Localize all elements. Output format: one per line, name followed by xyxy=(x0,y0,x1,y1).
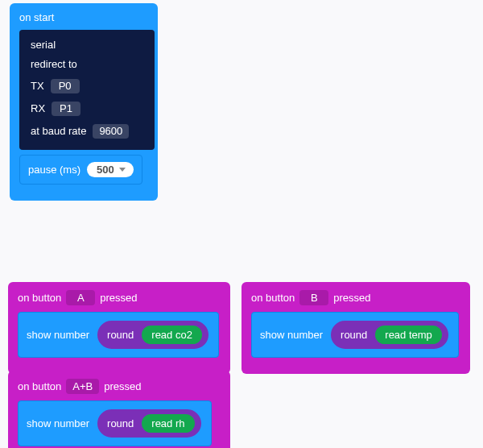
on-button-b-header: on button B pressed xyxy=(248,288,464,307)
serial-tx-pin[interactable]: P0 xyxy=(51,79,80,93)
show-number-b-label: show number xyxy=(260,329,323,341)
on-button-ab-prefix: on button xyxy=(18,380,61,392)
serial-rx-pin[interactable]: P1 xyxy=(52,102,80,116)
read-rh-reporter[interactable]: read rh xyxy=(140,413,196,434)
round-ab-label: round xyxy=(107,417,134,429)
read-temp-reporter[interactable]: read temp xyxy=(374,324,444,346)
on-button-b-prefix: on button xyxy=(251,292,295,304)
on-button-ab-header: on button A+B pressed xyxy=(14,377,224,396)
on-button-ab-suffix: pressed xyxy=(104,380,141,392)
show-number-b-block[interactable]: show number round read temp xyxy=(251,312,459,358)
read-temp-label: read temp xyxy=(385,329,432,341)
on-button-a-prefix: on button xyxy=(18,292,61,304)
round-a-reporter[interactable]: round read co2 xyxy=(96,319,210,351)
show-number-a-block[interactable]: show number round read co2 xyxy=(18,312,219,358)
on-button-a-suffix: pressed xyxy=(100,292,137,304)
serial-rx-label: RX xyxy=(31,103,45,114)
pause-value: 500 xyxy=(97,164,114,176)
on-start-label: on start xyxy=(16,10,151,25)
pause-label: pause (ms) xyxy=(28,164,80,176)
read-co2-label: read co2 xyxy=(151,329,192,341)
round-b-label: round xyxy=(341,329,367,341)
round-b-reporter[interactable]: round read temp xyxy=(329,319,450,351)
serial-redirect-block[interactable]: serial redirect to TX P0 RX P1 at baud r… xyxy=(19,30,155,150)
on-button-ab-block[interactable]: on button A+B pressed show number round … xyxy=(8,371,230,448)
serial-tx-row: TX P0 xyxy=(31,79,80,93)
round-a-label: round xyxy=(107,329,134,341)
serial-title: serial xyxy=(31,39,56,51)
round-ab-reporter[interactable]: round read rh xyxy=(96,408,202,439)
on-button-ab-which[interactable]: A+B xyxy=(66,379,99,394)
chevron-down-icon xyxy=(119,168,126,172)
show-number-ab-block[interactable]: show number round read rh xyxy=(18,400,212,446)
pause-block[interactable]: pause (ms) 500 xyxy=(19,155,142,185)
serial-baud-value[interactable]: 9600 xyxy=(93,124,129,139)
show-number-a-label: show number xyxy=(27,329,89,341)
on-button-b-block[interactable]: on button B pressed show number round re… xyxy=(242,282,470,374)
on-button-b-suffix: pressed xyxy=(333,292,370,304)
read-co2-reporter[interactable]: read co2 xyxy=(140,324,204,346)
on-start-text: on start xyxy=(19,11,54,23)
serial-baud-label: at baud rate xyxy=(31,126,86,137)
on-button-a-which[interactable]: A xyxy=(66,290,95,305)
on-button-a-block[interactable]: on button A pressed show number round re… xyxy=(8,282,230,374)
pause-value-dropdown[interactable]: 500 xyxy=(87,162,134,177)
serial-tx-label: TX xyxy=(31,81,44,92)
serial-rx-row: RX P1 xyxy=(31,102,80,116)
on-button-a-header: on button A pressed xyxy=(14,288,224,307)
serial-redirect-label: redirect to xyxy=(31,59,77,70)
makecode-workspace: on start serial redirect to TX P0 RX P1 … xyxy=(0,0,483,448)
serial-baud-row: at baud rate 9600 xyxy=(31,124,129,139)
read-rh-label: read rh xyxy=(151,417,184,429)
show-number-ab-label: show number xyxy=(27,417,89,429)
on-start-block[interactable]: on start serial redirect to TX P0 RX P1 … xyxy=(10,3,158,201)
on-button-b-which[interactable]: B xyxy=(299,290,328,305)
